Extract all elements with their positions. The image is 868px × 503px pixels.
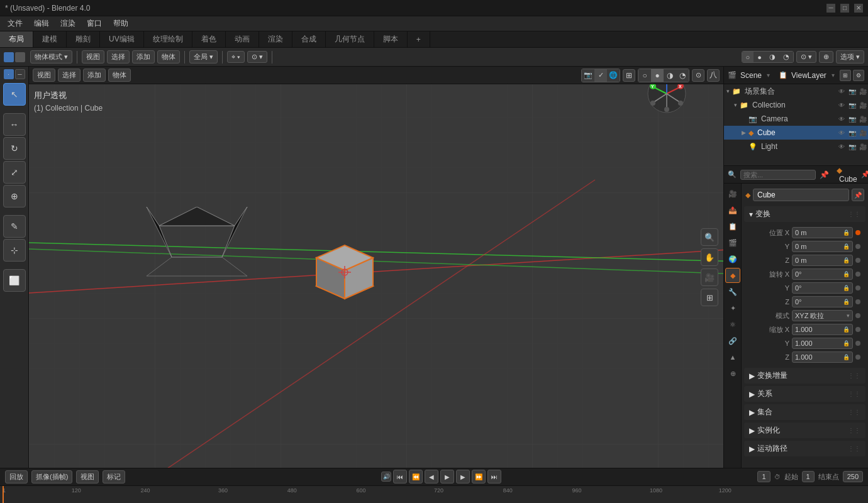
menu-window[interactable]: 窗口 xyxy=(82,17,107,30)
outliner-row-cube[interactable]: ▶ ◆ Cube 👁 📷 🎥 xyxy=(724,126,868,140)
timeline-bar[interactable]: 1 120 240 360 480 600 720 840 960 1080 1… xyxy=(3,486,865,503)
annotate-tool[interactable]: ✎ xyxy=(3,215,26,238)
menu-render[interactable]: 渲染 xyxy=(55,17,81,30)
vp-object-btn[interactable]: 物体 xyxy=(108,69,131,82)
instancing-header[interactable]: ▶ 实例化 ⋮⋮ xyxy=(744,423,865,438)
outliner-row-light[interactable]: ▶ 💡 Light 👁 📷 🎥 xyxy=(724,140,868,153)
motion-paths-header[interactable]: ▶ 运动路径 ⋮⋮ xyxy=(744,441,865,456)
play-btn[interactable]: ▶ xyxy=(440,470,454,484)
transform-tool[interactable]: ⊕ xyxy=(3,185,26,207)
add-menu[interactable]: 添加 xyxy=(132,50,155,64)
eye-btn[interactable]: 👁 xyxy=(837,141,847,152)
camera-view-tool[interactable]: 🎥 xyxy=(701,268,718,286)
timeline-scrubber[interactable]: 1 120 240 360 480 600 720 840 960 1080 1… xyxy=(0,486,868,503)
prev-keyframe-btn[interactable]: ⏪ xyxy=(409,470,423,484)
cam-btn[interactable]: 📷 xyxy=(847,128,857,138)
menu-help[interactable]: 帮助 xyxy=(108,17,133,30)
zoom-tool[interactable]: 🔍 xyxy=(701,228,718,246)
props-view-layer-icon[interactable]: 📋 xyxy=(725,219,740,234)
vp-overlay-btn[interactable]: ⊙ xyxy=(692,69,704,82)
move-tool[interactable]: ↔ xyxy=(3,113,26,136)
eye-btn[interactable]: 👁 xyxy=(837,100,847,110)
vp-view-btn[interactable]: 视图 xyxy=(33,69,55,82)
rotation-y-field[interactable]: 0° 🔒 xyxy=(792,282,853,294)
solid-shading[interactable]: ● xyxy=(754,52,765,62)
render-btn[interactable]: 🎥 xyxy=(858,86,868,96)
props-scene-icon[interactable]: 🎬 xyxy=(725,235,740,250)
3d-cube[interactable] xyxy=(304,229,379,305)
select-menu[interactable]: 选择 xyxy=(107,50,130,64)
pan-tool[interactable]: ✋ xyxy=(701,248,718,266)
tab-compositing[interactable]: 合成 xyxy=(292,31,326,47)
outliner-settings[interactable]: ⚙ xyxy=(853,70,864,81)
close-button[interactable]: ✕ xyxy=(854,4,863,13)
props-render-icon[interactable]: 🎥 xyxy=(725,186,740,201)
rotation-x-field[interactable]: 0° 🔒 xyxy=(792,268,853,280)
tab-shading[interactable]: 着色 xyxy=(192,31,226,47)
eye-btn[interactable]: 👁 xyxy=(837,86,847,96)
props-search-input[interactable] xyxy=(740,170,816,180)
tab-add[interactable]: + xyxy=(408,31,430,47)
to-end-btn[interactable]: ⏭ xyxy=(487,470,501,484)
scale-tool[interactable]: ⤢ xyxy=(3,161,26,184)
props-physics-icon[interactable]: ⚛ xyxy=(725,317,740,332)
next-frame-btn[interactable]: ▶ xyxy=(456,470,470,484)
menu-edit[interactable]: 编辑 xyxy=(29,17,54,30)
props-constraints-icon[interactable]: 🔗 xyxy=(725,333,740,348)
mode-selector[interactable]: 物体模式 ▾ xyxy=(30,50,72,64)
current-frame[interactable]: 1 xyxy=(757,471,770,482)
scale-y-field[interactable]: 1.000 🔒 xyxy=(792,338,853,349)
gizmos-btn[interactable]: ⊕ xyxy=(819,51,833,63)
props-object-icon[interactable]: ◆ xyxy=(725,268,740,283)
playback-mode-btn[interactable]: 回放 xyxy=(5,470,28,484)
scale-x-field[interactable]: 1.000 🔒 xyxy=(792,324,853,335)
vp-rendered-btn[interactable]: ◔ xyxy=(676,69,689,82)
obj-name-field[interactable]: Cube xyxy=(753,189,849,201)
tl-view-btn[interactable]: 视图 xyxy=(76,470,99,484)
tab-scripting[interactable]: 脚本 xyxy=(374,31,408,47)
frame-grid-tool[interactable]: ⊞ xyxy=(701,289,718,306)
global-selector[interactable]: 全局 ▾ xyxy=(189,50,218,64)
render-btn[interactable]: 🎥 xyxy=(858,128,868,138)
material-shading[interactable]: ◑ xyxy=(765,52,779,62)
position-y-field[interactable]: 0 m 🔒 xyxy=(792,241,853,252)
props-modifier-icon[interactable]: 🔧 xyxy=(725,284,740,299)
obj-pin-btn[interactable]: 📌 xyxy=(852,189,864,201)
render-btn[interactable]: 🎥 xyxy=(858,100,868,110)
to-start-btn[interactable]: ⏮ xyxy=(393,470,407,484)
outliner-row-collection[interactable]: ▾ 📁 Collection 👁 📷 🎥 xyxy=(724,98,868,112)
outliner-filter[interactable]: ⊞ xyxy=(840,70,851,81)
start-frame[interactable]: 1 xyxy=(802,471,815,482)
tab-uv[interactable]: UV编辑 xyxy=(100,31,144,47)
relations-header[interactable]: ▶ 关系 ⋮⋮ xyxy=(744,386,865,402)
position-z-field[interactable]: 0 m 🔒 xyxy=(792,255,853,266)
3d-viewport[interactable]: 视图 选择 添加 物体 📷 ✓ 🌐 ⊞ ○ ● ◑ ◔ ⊙ 八 xyxy=(29,67,723,468)
outliner-row-scene-collection[interactable]: ▾ 📁 场景集合 👁 📷 🎥 xyxy=(724,84,868,98)
vp-select-btn[interactable]: 选择 xyxy=(58,69,81,82)
view-menu[interactable]: 视图 xyxy=(82,50,104,64)
pin-icon[interactable]: 📌 xyxy=(820,170,829,179)
rotation-z-field[interactable]: 0° 🔒 xyxy=(792,296,853,307)
render-btn[interactable]: 🎥 xyxy=(858,114,868,124)
props-data-icon[interactable]: ▲ xyxy=(725,350,740,365)
transform-section-header[interactable]: ▾ 变换 ⋮⋮ xyxy=(744,206,865,222)
tab-texture-paint[interactable]: 纹理绘制 xyxy=(144,31,192,47)
vp-mode-globe[interactable]: 🌐 xyxy=(607,69,620,82)
tab-sculpt[interactable]: 雕刻 xyxy=(67,31,100,47)
props-material-icon[interactable]: ⊕ xyxy=(725,366,740,381)
audio-btn[interactable]: 🔊 xyxy=(381,472,391,482)
props-particles-icon[interactable]: ✦ xyxy=(725,301,740,316)
add-cube-tool[interactable]: ⬜ xyxy=(3,269,26,292)
vp-gizmo-btn[interactable]: 八 xyxy=(707,69,720,82)
tab-render[interactable]: 渲染 xyxy=(259,31,292,47)
outliner-row-camera[interactable]: ▶ 📷 Camera 👁 📷 🎥 xyxy=(724,112,868,126)
menu-file[interactable]: 文件 xyxy=(3,17,28,30)
transform-extras-header[interactable]: ▶ 变换增量 ⋮⋮ xyxy=(744,368,865,384)
proportional-edit-btn[interactable]: ⊙ ▾ xyxy=(247,51,267,63)
cam-btn[interactable]: 📷 xyxy=(847,141,857,152)
viewport-overlays[interactable]: ⊙ ▾ xyxy=(796,51,816,63)
position-x-field[interactable]: 0 m 🔒 xyxy=(792,227,853,238)
object-menu[interactable]: 物体 xyxy=(157,50,180,64)
render-btn[interactable]: 🎥 xyxy=(858,141,868,152)
props-world-icon[interactable]: 🌍 xyxy=(725,252,740,267)
